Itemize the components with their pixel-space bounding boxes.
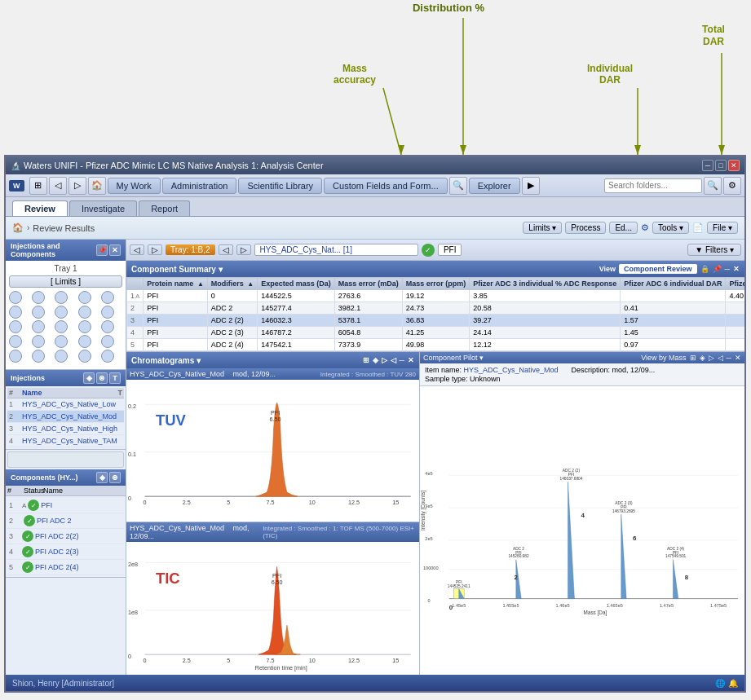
maximize-button[interactable]: □ xyxy=(715,160,727,171)
col-header-expected[interactable]: Expected mass (Da) xyxy=(258,278,335,290)
panel-pin-icon[interactable]: 📌 xyxy=(713,265,722,273)
scientific-library-button[interactable]: Scientific Library xyxy=(238,178,322,194)
gear-icon[interactable]: ⚙ xyxy=(723,177,741,195)
close-button[interactable]: ✕ xyxy=(728,160,740,171)
comp-icon-1[interactable]: ◈ xyxy=(96,472,108,483)
menu-icon-3[interactable]: ▷ xyxy=(68,177,86,195)
limits-button[interactable]: Limits ▾ xyxy=(523,222,562,234)
injection-row-1[interactable]: 1 HYS_ADC_Cys_Native_Low xyxy=(7,398,124,411)
tray-cell-8[interactable] xyxy=(55,306,68,319)
menu-icon-1[interactable]: ⊞ xyxy=(29,177,47,195)
panel-minimize-icon[interactable]: ─ xyxy=(725,265,730,273)
chrom-icon-2[interactable]: ◈ xyxy=(373,356,378,364)
panel-close-icon[interactable]: ✕ xyxy=(733,265,740,273)
lock-icon[interactable]: 🔒 xyxy=(700,265,709,273)
inject-icon-2[interactable]: ⊛ xyxy=(96,372,108,384)
file-icon[interactable]: 📄 xyxy=(692,222,704,233)
pilot-title[interactable]: Component Pilot ▾ xyxy=(423,354,484,362)
injection-row-2[interactable]: 2 HYS_ADC_Cys_Native_Mod xyxy=(7,411,124,423)
chrom-icon-6[interactable]: ✕ xyxy=(408,356,414,364)
tray-cell-23[interactable] xyxy=(55,350,68,363)
explorer-button[interactable]: Explorer xyxy=(469,178,520,194)
tray-prev2-btn[interactable]: ◁ xyxy=(219,244,233,255)
chrom-title[interactable]: Chromatograms ▾ xyxy=(131,356,201,365)
pilot-icon-3[interactable]: ▷ xyxy=(709,354,714,362)
tools-button[interactable]: Tools ▾ xyxy=(652,222,689,234)
tab-report[interactable]: Report xyxy=(139,200,190,216)
custom-fields-button[interactable]: Custom Fields and Form... xyxy=(324,178,448,194)
component-summary-title[interactable]: Component Summary ▾ xyxy=(131,265,223,274)
status-icon-globe[interactable]: 🌐 xyxy=(715,679,725,688)
sidebar-pin-icon[interactable]: 📌 xyxy=(96,244,108,256)
pilot-view-by[interactable]: View by Mass xyxy=(641,354,686,362)
filters-button[interactable]: ▼ Filters ▾ xyxy=(687,244,741,256)
tray-cell-17[interactable] xyxy=(32,335,45,348)
chrom-icon-3[interactable]: ▷ xyxy=(382,356,387,364)
table-row[interactable]: 2PFIADC 2145277.43982.124.7320.580.41 xyxy=(127,302,745,315)
tray-cell-13[interactable] xyxy=(55,320,68,333)
tools-icon[interactable]: ⚙ xyxy=(641,222,649,233)
col-header-dar6[interactable]: Pfizer ADC 6 individual DAR xyxy=(621,278,726,290)
search-icon[interactable]: 🔍 xyxy=(449,177,467,195)
pilot-icon-2[interactable]: ◈ xyxy=(700,354,705,362)
tray-cell-7[interactable] xyxy=(32,306,45,319)
limits-button-sidebar[interactable]: [ Limits ] xyxy=(9,275,122,288)
tray-cell-1[interactable] xyxy=(9,291,22,304)
chrom-icon-5[interactable]: ─ xyxy=(400,356,404,364)
comp-row-4[interactable]: 4 ✓ PFI ADC 2(3) xyxy=(7,544,124,560)
tray-cell-9[interactable] xyxy=(78,306,91,319)
comp-row-3[interactable]: 3 ✓ PFI ADC 2(2) xyxy=(7,529,124,544)
comp-icon-2[interactable]: ⊛ xyxy=(109,472,121,483)
comp-row-2[interactable]: 2 ✓ PFI ADC 2 xyxy=(7,513,124,529)
tray-prev-btn[interactable]: ◁ xyxy=(130,244,144,255)
inject-icon-1[interactable]: ◈ xyxy=(83,372,95,384)
pilot-icon-4[interactable]: ◁ xyxy=(718,354,723,362)
pilot-icon-5[interactable]: ─ xyxy=(727,354,731,362)
file-button[interactable]: File ▾ xyxy=(707,222,738,234)
col-header-protein[interactable]: Protein name ▲ xyxy=(144,278,207,290)
comp-row-5[interactable]: 5 ✓ PFI ADC 2(4) xyxy=(7,560,124,575)
col-header-err-ppm[interactable]: Mass error (ppm) xyxy=(402,278,470,290)
tray-cell-14[interactable] xyxy=(78,320,91,333)
inject-arrow[interactable]: T xyxy=(109,372,121,384)
administration-button[interactable]: Administration xyxy=(162,178,237,194)
minimize-button[interactable]: ─ xyxy=(702,160,713,171)
home-icon[interactable]: 🏠 xyxy=(88,177,106,195)
tray-cell-3[interactable] xyxy=(55,291,68,304)
tray-next-btn[interactable]: ▷ xyxy=(148,244,162,255)
sidebar-close-icon[interactable]: ✕ xyxy=(109,244,121,256)
table-row[interactable]: 4PFIADC 2 (3)146787.26054.841.2524.141.4… xyxy=(127,327,745,339)
search-input[interactable] xyxy=(604,178,702,193)
comp-row-1[interactable]: 1 A ✓ PFI xyxy=(7,498,124,513)
view-mode-display[interactable]: Component Review xyxy=(619,264,697,274)
tray-cell-16[interactable] xyxy=(9,335,22,348)
tray-cell-21[interactable] xyxy=(9,350,22,363)
injection-row-3[interactable]: 3 HYS_ADC_Cys_Native_High xyxy=(7,423,124,435)
tray-cell-12[interactable] xyxy=(32,320,45,333)
tray-cell-22[interactable] xyxy=(32,350,45,363)
home-toolbar-icon[interactable]: 🏠 xyxy=(12,222,24,233)
tray-cell-4[interactable] xyxy=(78,291,91,304)
tray-cell-24[interactable] xyxy=(78,350,91,363)
injection-row-4[interactable]: 4 HYS_ADC_Cys_Native_TAM xyxy=(7,435,124,447)
tab-review[interactable]: Review xyxy=(12,200,68,216)
tray-cell-20[interactable] xyxy=(101,335,114,348)
tray-cell-19[interactable] xyxy=(78,335,91,348)
table-row[interactable]: 5PFIADC 2 (4)147542.17373.949.9812.120.9… xyxy=(127,339,745,351)
tray-next2-btn[interactable]: ▷ xyxy=(236,244,251,255)
tray-cell-11[interactable] xyxy=(9,320,22,333)
chrom-icon-1[interactable]: ⊞ xyxy=(363,356,369,364)
edit-button[interactable]: Ed... xyxy=(609,222,638,234)
tray-cell-10[interactable] xyxy=(101,306,114,319)
tray-cell-25[interactable] xyxy=(101,350,114,363)
pilot-icon-1[interactable]: ⊞ xyxy=(690,354,696,362)
status-icon-bell[interactable]: 🔔 xyxy=(728,679,738,688)
tray-cell-15[interactable] xyxy=(101,320,114,333)
tray-cell-2[interactable] xyxy=(32,291,45,304)
col-header-dar8[interactable]: Pfizer ADC 8 DAR Value display xyxy=(726,278,744,290)
my-work-button[interactable]: My Work xyxy=(108,178,161,194)
col-header-rownum[interactable] xyxy=(127,278,144,290)
col-header-err-mda[interactable]: Mass error (mDa) xyxy=(334,278,402,290)
arrow-icon[interactable]: ▶ xyxy=(522,177,540,195)
table-row[interactable]: 1APFI0144522.52763.619.123.854.40 xyxy=(127,290,745,302)
